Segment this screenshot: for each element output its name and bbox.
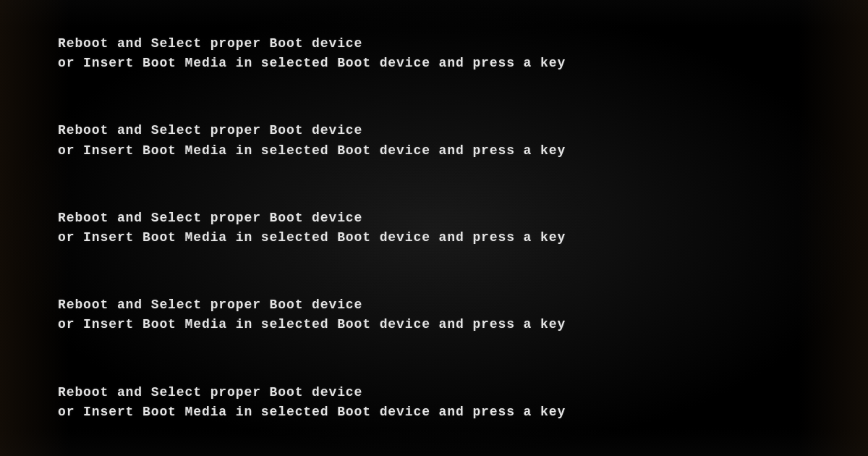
message-3-line-1: Reboot and Select proper Boot device — [58, 209, 825, 227]
message-1-line-2: or Insert Boot Media in selected Boot de… — [58, 54, 825, 72]
error-message-list: Reboot and Select proper Boot device or … — [58, 35, 825, 421]
message-4-line-1: Reboot and Select proper Boot device — [58, 296, 825, 314]
bios-error-screen: Reboot and Select proper Boot device or … — [0, 0, 868, 456]
message-group-1: Reboot and Select proper Boot device or … — [58, 35, 825, 72]
message-2-line-2: or Insert Boot Media in selected Boot de… — [58, 142, 825, 160]
message-5-line-2: or Insert Boot Media in selected Boot de… — [58, 403, 825, 421]
message-group-3: Reboot and Select proper Boot device or … — [58, 209, 825, 247]
message-4-line-2: or Insert Boot Media in selected Boot de… — [58, 316, 825, 334]
message-group-2: Reboot and Select proper Boot device or … — [58, 122, 825, 159]
message-3-line-2: or Insert Boot Media in selected Boot de… — [58, 229, 825, 247]
message-group-4: Reboot and Select proper Boot device or … — [58, 296, 825, 334]
message-1-line-1: Reboot and Select proper Boot device — [58, 35, 825, 53]
message-group-5: Reboot and Select proper Boot device or … — [58, 384, 825, 421]
message-5-line-1: Reboot and Select proper Boot device — [58, 384, 825, 402]
message-2-line-1: Reboot and Select proper Boot device — [58, 122, 825, 140]
